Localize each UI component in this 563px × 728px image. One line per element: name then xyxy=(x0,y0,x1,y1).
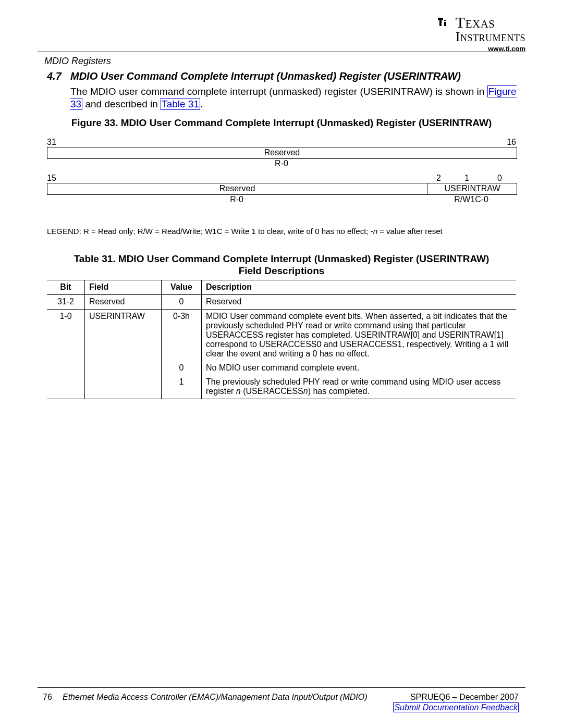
table-row: 31-2 Reserved 0 Reserved xyxy=(47,295,516,310)
cell-bit xyxy=(47,375,85,399)
body-text-mid: and described in xyxy=(82,98,161,109)
bit-label-15: 15 xyxy=(47,174,56,183)
fig-row1-access: R-0 xyxy=(47,159,516,168)
cell-field: Reserved xyxy=(85,295,162,310)
table-row: 0 No MDIO user command complete event. xyxy=(47,361,516,375)
header-rule xyxy=(38,52,525,52)
bit-label-31: 31 xyxy=(47,138,56,147)
table-row: 1-0 USERINTRAW 0-3h MDIO User command co… xyxy=(47,310,516,362)
submit-feedback-link[interactable]: Submit Documentation Feedback xyxy=(393,702,519,712)
fig-row1-reserved: Reserved xyxy=(47,147,517,158)
section-body: The MDIO user command complete interrupt… xyxy=(70,85,519,110)
bit-label-1: 1 xyxy=(450,174,483,183)
cell-desc: No MDIO user command complete event. xyxy=(202,361,517,375)
cell-field xyxy=(85,361,162,375)
section-number: 4.7 xyxy=(47,70,62,82)
field-descriptions-table: Bit Field Value Description 31-2 Reserve… xyxy=(47,280,516,399)
cell-bit: 31-2 xyxy=(47,295,85,310)
section-title: MDIO User Command Complete Interrupt (Un… xyxy=(70,70,461,82)
body-text-post: . xyxy=(200,98,203,109)
bit-label-2: 2 xyxy=(427,174,450,183)
cell-desc: The previously scheduled PHY read or wri… xyxy=(202,375,517,399)
cell-field xyxy=(85,375,162,399)
bit-label-0: 0 xyxy=(483,174,516,183)
cell-bit xyxy=(47,361,85,375)
cell-desc: MDIO User command complete event bits. W… xyxy=(202,310,517,362)
page-number: 76 xyxy=(43,693,52,702)
cell-bit: 1-0 xyxy=(47,310,85,362)
cell-value: 1 xyxy=(162,375,202,399)
register-figure: 31 16 Reserved R-0 15 2 1 0 Reserved USE… xyxy=(47,135,516,204)
th-desc: Description xyxy=(202,280,517,295)
fig-row2-reserved: Reserved xyxy=(47,183,427,194)
cell-value: 0 xyxy=(162,295,202,310)
table-caption: Table 31. MDIO User Command Complete Int… xyxy=(38,253,525,277)
th-bit: Bit xyxy=(47,280,85,295)
table-caption-line2: Field Descriptions xyxy=(239,265,325,276)
ti-logo-icon xyxy=(436,15,451,31)
cell-field: USERINTRAW xyxy=(85,310,162,362)
figure-caption: Figure 33. MDIO User Command Complete In… xyxy=(38,117,525,129)
cell-value: 0-3h xyxy=(162,310,202,362)
footer-rule xyxy=(38,687,525,688)
th-value: Value xyxy=(162,280,202,295)
figure-legend: LEGEND: R = Read only; R/W = Read/Write;… xyxy=(47,227,443,236)
th-field: Field xyxy=(85,280,162,295)
cell-desc: Reserved xyxy=(202,295,517,310)
body-text-pre: The MDIO user command complete interrupt… xyxy=(70,86,487,97)
logo-text-line2: Instruments xyxy=(456,30,525,44)
footer-docid: SPRUEQ6 – December 2007 xyxy=(410,693,519,702)
table-row: 1 The previously scheduled PHY read or w… xyxy=(47,375,516,399)
table-ref-link[interactable]: Table 31 xyxy=(161,98,200,110)
logo-text-line1: Texas xyxy=(456,15,525,30)
vendor-logo: Texas Instruments www.ti.com xyxy=(436,15,525,53)
footer-title: Ethernet Media Access Controller (EMAC)/… xyxy=(63,693,368,702)
table-header-row: Bit Field Value Description xyxy=(47,280,516,295)
chapter-title: MDIO Registers xyxy=(44,56,111,67)
table-caption-line1: Table 31. MDIO User Command Complete Int… xyxy=(74,253,489,264)
cell-value: 0 xyxy=(162,361,202,375)
fig-row2-userint-access: R/W1C-0 xyxy=(426,195,516,204)
footer-feedback-link: Submit Documentation Feedback xyxy=(393,703,519,712)
bit-label-16: 16 xyxy=(507,138,516,147)
fig-row2-userintraw: USERINTRAW xyxy=(427,183,517,194)
fig-row2-reserved-access: R-0 xyxy=(47,195,426,204)
